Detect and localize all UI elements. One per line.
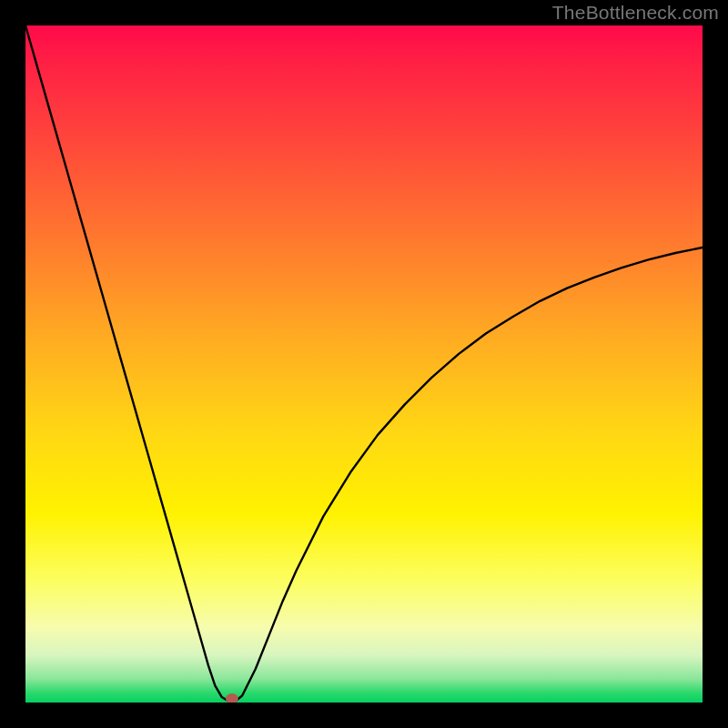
chart-frame: TheBottleneck.com: [0, 0, 728, 728]
plot-area: [25, 25, 703, 703]
chart-svg: [25, 25, 703, 703]
watermark-text: TheBottleneck.com: [552, 2, 719, 24]
bottleneck-curve: [25, 25, 703, 702]
optimal-marker: [226, 693, 238, 703]
